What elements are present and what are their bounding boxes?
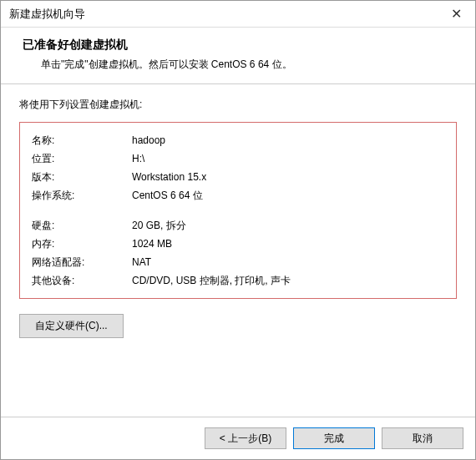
label-location: 位置: [32, 151, 132, 166]
label-memory: 内存: [32, 236, 132, 251]
label-disk: 硬盘: [32, 218, 132, 233]
value-version: Workstation 15.x [132, 169, 444, 185]
value-os: CentOS 6 64 位 [132, 188, 444, 203]
row-version: 版本: Workstation 15.x [32, 168, 444, 186]
wizard-window: 新建虚拟机向导 ✕ 已准备好创建虚拟机 单击"完成"创建虚拟机。然后可以安装 C… [0, 0, 476, 460]
value-memory: 1024 MB [132, 236, 444, 251]
header-headline: 已准备好创建虚拟机 [23, 38, 453, 53]
footer: < 上一步(B) 完成 取消 [1, 417, 475, 459]
label-name: 名称: [32, 133, 132, 148]
row-disk: 硬盘: 20 GB, 拆分 [32, 216, 444, 235]
close-icon[interactable]: ✕ [446, 6, 467, 22]
label-netadapter: 网络适配器: [32, 255, 132, 270]
titlebar: 新建虚拟机向导 ✕ [1, 1, 475, 28]
row-location: 位置: H:\ [32, 149, 444, 168]
back-button[interactable]: < 上一步(B) [205, 427, 286, 449]
header: 已准备好创建虚拟机 单击"完成"创建虚拟机。然后可以安装 CentOS 6 64… [1, 28, 475, 84]
value-disk: 20 GB, 拆分 [132, 218, 444, 233]
value-location: H:\ [132, 151, 444, 166]
customize-hardware-button[interactable]: 自定义硬件(C)... [19, 314, 124, 338]
row-netadapter: 网络适配器: NAT [32, 253, 444, 271]
label-os: 操作系统: [32, 188, 132, 203]
finish-button[interactable]: 完成 [293, 427, 375, 449]
row-memory: 内存: 1024 MB [32, 235, 444, 253]
cancel-button[interactable]: 取消 [382, 427, 463, 449]
label-other: 其他设备: [32, 273, 132, 288]
specs-box: 名称: hadoop 位置: H:\ 版本: Workstation 15.x … [19, 122, 457, 299]
window-title: 新建虚拟机向导 [9, 7, 446, 22]
value-other: CD/DVD, USB 控制器, 打印机, 声卡 [132, 273, 444, 288]
row-name: 名称: hadoop [32, 131, 444, 149]
content: 将使用下列设置创建虚拟机: 名称: hadoop 位置: H:\ 版本: Wor… [1, 84, 475, 417]
row-other: 其他设备: CD/DVD, USB 控制器, 打印机, 声卡 [32, 271, 444, 290]
value-name: hadoop [132, 133, 444, 148]
intro-text: 将使用下列设置创建虚拟机: [19, 98, 457, 112]
header-subtext: 单击"完成"创建虚拟机。然后可以安装 CentOS 6 64 位。 [41, 58, 453, 72]
row-os: 操作系统: CentOS 6 64 位 [32, 186, 444, 205]
value-netadapter: NAT [132, 255, 444, 270]
label-version: 版本: [32, 169, 132, 185]
